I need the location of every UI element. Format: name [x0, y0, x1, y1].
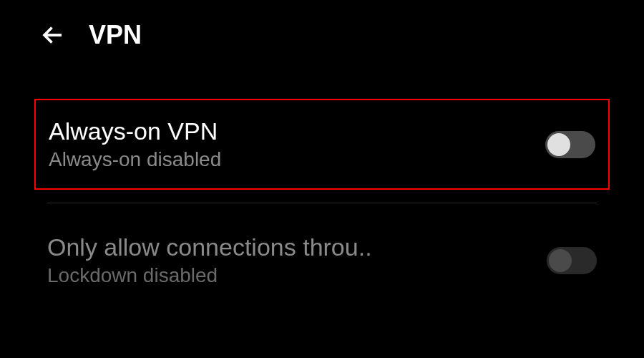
- settings-list: Always-on VPN Always-on disabled Only al…: [0, 99, 644, 304]
- page-title: VPN: [89, 20, 142, 50]
- setting-subtitle: Lockdown disabled: [47, 264, 532, 287]
- divider: [47, 203, 597, 203]
- setting-title: Only allow connections throu: [47, 233, 532, 261]
- back-arrow-icon[interactable]: [40, 22, 66, 48]
- header: VPN: [0, 0, 644, 70]
- setting-subtitle: Always-on disabled: [49, 148, 531, 171]
- setting-text-block: Always-on VPN Always-on disabled: [49, 117, 531, 171]
- setting-lockdown: Only allow connections throu Lockdown di…: [34, 216, 610, 304]
- setting-title: Always-on VPN: [49, 117, 531, 145]
- setting-always-on-vpn[interactable]: Always-on VPN Always-on disabled: [34, 99, 610, 190]
- toggle-knob: [549, 249, 572, 272]
- lockdown-toggle: [547, 247, 597, 274]
- setting-text-block: Only allow connections throu Lockdown di…: [47, 233, 532, 287]
- always-on-toggle[interactable]: [545, 131, 595, 158]
- toggle-knob: [547, 133, 570, 156]
